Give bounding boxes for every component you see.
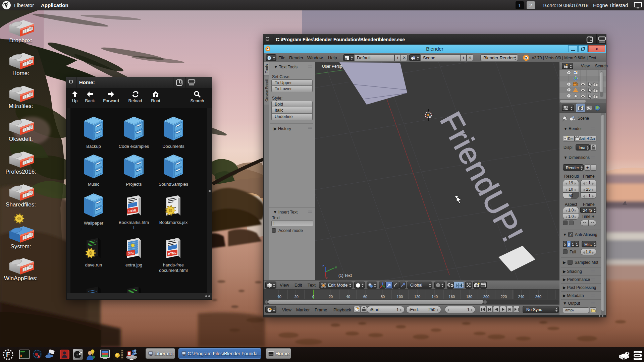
svg-text:240: 240 bbox=[518, 295, 524, 299]
svg-text:80: 80 bbox=[381, 295, 385, 299]
svg-text:20: 20 bbox=[329, 295, 333, 299]
svg-text:260: 260 bbox=[535, 295, 541, 299]
svg-text:z: z bbox=[322, 264, 324, 268]
svg-text:100: 100 bbox=[397, 295, 403, 299]
svg-text:60: 60 bbox=[363, 295, 367, 299]
svg-text:200: 200 bbox=[483, 295, 489, 299]
svg-text:0: 0 bbox=[312, 295, 314, 299]
svg-text:40: 40 bbox=[346, 295, 350, 299]
svg-text:x: x bbox=[326, 276, 328, 280]
svg-text:F: F bbox=[6, 351, 10, 358]
svg-text:220: 220 bbox=[501, 295, 507, 299]
svg-text:120: 120 bbox=[414, 295, 420, 299]
svg-text:y: y bbox=[335, 265, 337, 269]
svg-text:140: 140 bbox=[432, 295, 438, 299]
svg-text:i: i bbox=[269, 56, 270, 60]
svg-text:-20: -20 bbox=[293, 295, 299, 299]
svg-text:-40: -40 bbox=[276, 295, 281, 299]
svg-text:180: 180 bbox=[466, 295, 472, 299]
svg-text:160: 160 bbox=[449, 295, 455, 299]
